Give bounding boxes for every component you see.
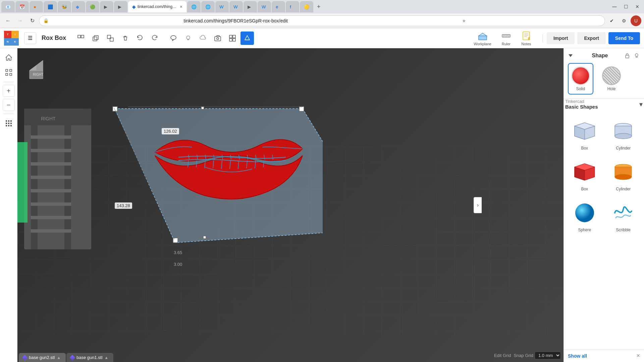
logo-area: T I N K (4, 31, 19, 46)
hamburger-button[interactable]: ☰ (24, 32, 36, 44)
profile-icon[interactable]: U (631, 15, 641, 26)
svg-rect-53 (31, 229, 71, 233)
app-toolbar: T I N K ☰ Rox Box (0, 28, 644, 48)
tab-17[interactable]: e (272, 1, 285, 12)
shape-card-scribble[interactable]: Scribble (605, 197, 642, 235)
undo-tool[interactable] (133, 32, 147, 45)
svg-rect-28 (6, 69, 8, 71)
file-tab-1-chevron[interactable]: ▲ (57, 355, 61, 360)
panel-collapse-button[interactable]: › (474, 197, 482, 213)
zoom-out-button[interactable]: − (3, 99, 15, 111)
z-dimension-2: 3.00 (172, 261, 184, 267)
home-tool[interactable] (2, 51, 15, 64)
new-tab-button[interactable]: + (314, 2, 323, 11)
width-dimension: 126.02 (162, 128, 179, 134)
tab-4[interactable]: 🟦 (44, 1, 57, 12)
lock-icon[interactable] (624, 52, 631, 59)
workplane-button[interactable]: Workplane (471, 29, 494, 47)
tab-5[interactable]: 🐝 (58, 1, 71, 12)
close-button[interactable]: × (632, 1, 643, 12)
export-button[interactable]: Export (577, 32, 605, 44)
notes-button[interactable]: Notes (518, 29, 534, 47)
file-tab-2-chevron[interactable]: ▲ (104, 355, 108, 360)
library-name: Basic Shapes (565, 104, 598, 110)
file-tab-1[interactable]: base gun2.stl ▲ (19, 353, 66, 362)
solid-option[interactable]: Solid (568, 63, 593, 95)
tinkercad-app: T I N K ☰ Rox Box (0, 28, 644, 362)
refresh-button[interactable]: ↻ (27, 15, 38, 26)
zoom-in-button[interactable]: + (3, 85, 15, 97)
extensions-icon[interactable]: ✔ (606, 15, 617, 26)
shape-card-cyl-solid[interactable]: Cylinder (605, 156, 642, 194)
tab-14[interactable]: W (229, 1, 243, 12)
minimize-button[interactable]: ─ (609, 1, 620, 12)
canvas-file-tabs: base gun2.stl ▲ base gun1.stl ▲ (17, 353, 115, 362)
tab-1[interactable]: 📧 (1, 1, 15, 12)
camera-tool[interactable] (211, 32, 224, 45)
svg-rect-56 (17, 142, 28, 223)
tab-2[interactable]: 📅 (15, 1, 29, 12)
snap-grid-select[interactable]: 1.0 mm 0.5 mm 2.0 mm (535, 352, 561, 359)
shape-card-box-solid[interactable]: Box (567, 156, 603, 194)
hole-option[interactable]: Hole (599, 63, 624, 95)
maximize-button[interactable]: ☐ (621, 1, 631, 12)
tab-10[interactable]: ◈ tinkercad.com/things... × (128, 1, 186, 12)
tab-13[interactable]: W (215, 1, 229, 12)
solid-label: Solid (576, 86, 585, 91)
cloud-tool[interactable] (196, 32, 210, 45)
tab-close-10[interactable]: × (180, 4, 182, 9)
shape-card-box-wire[interactable]: Box (567, 115, 603, 153)
tab-11[interactable]: 🌐 (187, 1, 201, 12)
shape-card-cyl-wire[interactable]: Cylinder (605, 115, 642, 153)
3d-view-tool[interactable] (240, 32, 254, 45)
svg-text:RIGHT: RIGHT (41, 116, 56, 121)
edit-grid-label[interactable]: Edit Grid (494, 353, 511, 358)
grid-view-tool[interactable] (226, 32, 239, 45)
address-bar[interactable]: 🔒 tinkercad.com/things/9FBOR1eSGpR-rox-b… (39, 15, 605, 26)
copy-tool[interactable] (89, 32, 102, 45)
svg-point-112 (575, 203, 594, 222)
back-button[interactable]: ← (3, 15, 13, 26)
shape-card-sphere[interactable]: Sphere (567, 197, 603, 235)
grid-view-left-tool[interactable] (2, 117, 15, 130)
svg-marker-92 (36, 60, 43, 70)
redo-tool[interactable] (148, 32, 161, 45)
bulb-tool[interactable] (181, 32, 195, 45)
bottom-controls: Edit Grid Snap Grid 1.0 mm 0.5 mm 2.0 mm (494, 352, 561, 359)
tab-8[interactable]: ▶ (100, 1, 113, 12)
tab-16[interactable]: W (258, 1, 271, 12)
tab-3[interactable]: ● (30, 1, 43, 12)
tab-18[interactable]: f (286, 1, 299, 12)
tab-7[interactable]: 🟢 (86, 1, 99, 12)
speech-bubble-tool[interactable] (167, 32, 180, 45)
close-library-button[interactable]: × (636, 352, 640, 359)
file-tab-2[interactable]: base gun1.stl ▲ (66, 353, 113, 362)
fit-view-tool[interactable] (2, 66, 15, 79)
delete-tool[interactable] (118, 32, 132, 45)
solid-shape-circle (571, 66, 590, 85)
new-shape-tool[interactable] (74, 32, 88, 45)
main-area: + − (0, 48, 644, 362)
tab-15[interactable]: ▶ (244, 1, 257, 12)
svg-rect-30 (6, 73, 8, 75)
import-button[interactable]: Import (547, 32, 575, 44)
tab-19[interactable]: 🟡 (300, 1, 313, 12)
svg-marker-94 (569, 54, 573, 57)
show-all-button[interactable]: Show all (568, 353, 587, 359)
collapse-arrow-icon[interactable] (568, 53, 573, 58)
tab-6[interactable]: ◆ (72, 1, 85, 12)
duplicate-tool[interactable] (104, 32, 117, 45)
send-to-button[interactable]: Send To (608, 32, 640, 44)
shape-card-cyl-solid-label: Cylinder (616, 187, 631, 191)
library-dropdown-button[interactable]: ▾ (639, 100, 643, 108)
ruler-button[interactable]: Ruler (498, 29, 514, 47)
shape-card-sphere-label: Sphere (578, 228, 591, 232)
forward-button[interactable]: → (15, 15, 25, 26)
svg-point-104 (615, 133, 632, 139)
orientation-cube[interactable]: RIGHT (23, 54, 50, 80)
tab-12[interactable]: 🌐 (201, 1, 215, 12)
settings-icon[interactable]: ⚙ (619, 15, 629, 26)
svg-rect-1 (81, 35, 84, 38)
tab-9[interactable]: ▶ (114, 1, 127, 12)
lightbulb-icon[interactable] (633, 52, 640, 59)
